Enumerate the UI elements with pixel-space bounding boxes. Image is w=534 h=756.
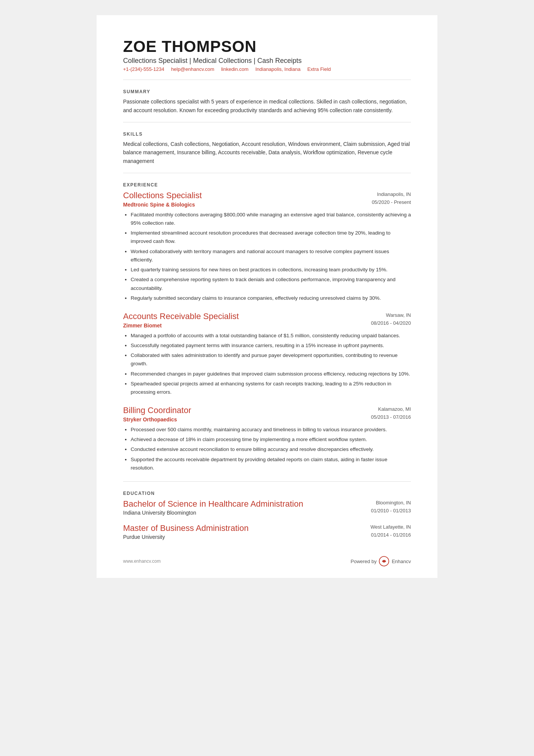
edu-degree-2: Master of Business Administration [123,523,248,533]
contact-info: +1-(234)-555-1234 help@enhancv.com linke… [123,66,411,72]
exp-header-2: Accounts Receivable Specialist Zimmer Bi… [123,311,411,328]
bullet-1-2: Implemented streamlined account resoluti… [131,229,411,246]
enhancv-logo-icon [379,556,389,567]
edu-left-2: Master of Business Administration Purdue… [123,523,248,540]
bullets-2: Managed a portfolio of accounts with a t… [123,332,411,397]
edu-right-2: West Lafayette, IN 01/2014 - 01/2016 [350,523,411,539]
contact-email: help@enhancv.com [171,66,214,72]
skills-title: SKILLS [123,131,411,137]
edu-header-1: Bachelor of Science in Healthcare Admini… [123,499,411,516]
bullet-3-2: Achieved a decrease of 18% in claim proc… [131,435,411,444]
summary-text: Passionate collections specialist with 5… [123,97,411,114]
education-section: EDUCATION Bachelor of Science in Healthc… [123,491,411,540]
exp-header-1: Collections Specialist Medtronic Spine &… [123,191,411,207]
header: ZOE THOMPSON Collections Specialist | Me… [123,38,411,72]
education-entry-1: Bachelor of Science in Healthcare Admini… [123,499,411,516]
edu-header-2: Master of Business Administration Purdue… [123,523,411,540]
contact-phone: +1-(234)-555-1234 [123,66,164,72]
bullet-2-2: Successfully negotiated payment terms wi… [131,341,411,350]
bullet-2-5: Spearheaded special projects aimed at en… [131,380,411,397]
edu-school-1: Indiana University Bloomington [123,510,303,516]
candidate-headline: Collections Specialist | Medical Collect… [123,57,411,65]
exp-left-2: Accounts Receivable Specialist Zimmer Bi… [123,311,354,328]
bullet-2-3: Collaborated with sales administration t… [131,351,411,368]
candidate-name: ZOE THOMPSON [123,38,411,55]
skills-text: Medical collections, Cash collections, N… [123,140,411,165]
bullets-1: Facilitated monthly collections averagin… [123,211,411,303]
job-dates-1: 05/2020 - Present [354,199,411,207]
experience-entry-2: Accounts Receivable Specialist Zimmer Bi… [123,311,411,396]
contact-location: Indianapolis, Indiana [255,66,300,72]
company-name-1: Medtronic Spine & Biologics [123,202,354,208]
summary-title: SUMMARY [123,89,411,94]
exp-left-3: Billing Coordinator Stryker Orthopaedics [123,405,354,422]
page-footer: www.enhancv.com Powered by Enhancv [123,556,411,567]
edu-location-1: Bloomington, IN [350,499,411,507]
education-entry-2: Master of Business Administration Purdue… [123,523,411,540]
bullet-1-1: Facilitated monthly collections averagin… [131,211,411,228]
bullet-3-1: Processed over 500 claims monthly, maint… [131,426,411,434]
experience-section: EXPERIENCE Collections Specialist Medtro… [123,182,411,472]
company-name-3: Stryker Orthopaedics [123,416,354,423]
job-title-1: Collections Specialist [123,191,354,200]
experience-title: EXPERIENCE [123,182,411,188]
bullet-3-4: Supported the accounts receivable depart… [131,455,411,473]
edu-school-2: Purdue University [123,534,248,540]
divider-after-summary [123,122,411,122]
summary-section: SUMMARY Passionate collections specialis… [123,89,411,114]
edu-location-2: West Lafayette, IN [350,523,411,531]
footer-website: www.enhancv.com [123,559,161,564]
divider-after-experience [123,481,411,482]
job-dates-2: 08/2016 - 04/2020 [354,319,411,327]
bullet-3-3: Conducted extensive account reconciliati… [131,445,411,454]
enhancv-branding: Powered by Enhancv [351,556,411,567]
bullets-3: Processed over 500 claims monthly, maint… [123,426,411,472]
job-location-3: Kalamazoo, MI [354,405,411,413]
edu-right-1: Bloomington, IN 01/2010 - 01/2013 [350,499,411,515]
job-dates-3: 05/2013 - 07/2016 [354,413,411,421]
exp-right-3: Kalamazoo, MI 05/2013 - 07/2016 [354,405,411,421]
edu-dates-2: 01/2014 - 01/2016 [350,531,411,539]
job-title-3: Billing Coordinator [123,405,354,415]
bullet-1-4: Led quarterly training sessions for new … [131,266,411,274]
powered-by-text: Powered by [351,559,377,564]
skills-section: SKILLS Medical collections, Cash collect… [123,131,411,165]
exp-header-3: Billing Coordinator Stryker Orthopaedics… [123,405,411,422]
exp-right-2: Warsaw, IN 08/2016 - 04/2020 [354,311,411,327]
divider-after-skills [123,173,411,173]
resume-page: ZOE THOMPSON Collections Specialist | Me… [97,15,437,578]
edu-degree-1: Bachelor of Science in Healthcare Admini… [123,499,303,509]
contact-extra: Extra Field [307,66,331,72]
brand-name: Enhancv [392,559,411,564]
bullet-1-6: Regularly submitted secondary claims to … [131,294,411,302]
bullet-1-5: Created a comprehensive reporting system… [131,275,411,293]
experience-entry-3: Billing Coordinator Stryker Orthopaedics… [123,405,411,472]
edu-left-1: Bachelor of Science in Healthcare Admini… [123,499,303,516]
experience-entry-1: Collections Specialist Medtronic Spine &… [123,191,411,302]
bullet-2-4: Recommended changes in payer guidelines … [131,370,411,378]
exp-left-1: Collections Specialist Medtronic Spine &… [123,191,354,207]
contact-linkedin: linkedin.com [221,66,248,72]
divider-after-header [123,80,411,80]
job-location-1: Indianapolis, IN [354,191,411,199]
bullet-2-1: Managed a portfolio of accounts with a t… [131,332,411,340]
job-title-2: Accounts Receivable Specialist [123,311,354,321]
job-location-2: Warsaw, IN [354,311,411,319]
education-title: EDUCATION [123,491,411,496]
exp-right-1: Indianapolis, IN 05/2020 - Present [354,191,411,207]
company-name-2: Zimmer Biomet [123,322,354,329]
edu-dates-1: 01/2010 - 01/2013 [350,507,411,515]
bullet-1-3: Worked collaboratively with territory ma… [131,247,411,265]
